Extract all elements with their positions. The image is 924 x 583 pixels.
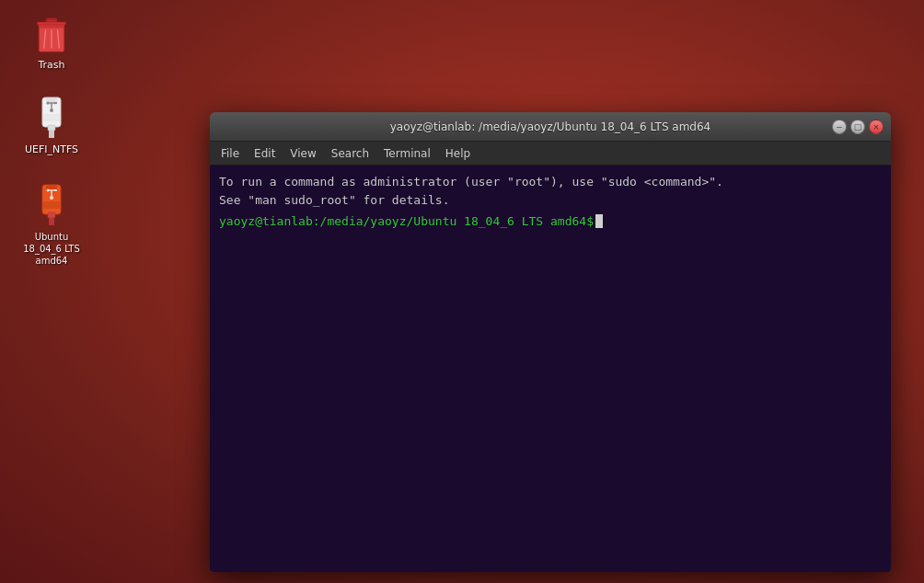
ubuntu-drive-label: Ubuntu 18_04_6 LTS amd64: [18, 231, 85, 267]
menu-search[interactable]: Search: [324, 145, 376, 162]
uefi-ntfs-icon-image: [29, 96, 74, 140]
svg-rect-7: [37, 22, 65, 25]
svg-rect-15: [48, 125, 55, 131]
terminal-body[interactable]: To run a command as administrator (user …: [210, 166, 891, 572]
maximize-button[interactable]: □: [850, 120, 865, 134]
svg-rect-14: [54, 102, 57, 104]
close-button[interactable]: ×: [869, 120, 884, 134]
maximize-icon: □: [854, 122, 862, 131]
ubuntu-drive-icon-image: [29, 183, 74, 227]
minimize-button[interactable]: −: [832, 120, 847, 134]
terminal-menu-bar: File Edit View Search Terminal Help: [210, 142, 891, 166]
terminal-prompt-line: yaoyz@tianlab:/media/yaoyz/Ubuntu 18_04_…: [219, 214, 882, 228]
menu-help[interactable]: Help: [438, 145, 478, 162]
terminal-title-bar: yaoyz@tianlab: /media/yaoyz/Ubuntu 18_04…: [210, 112, 891, 142]
svg-rect-24: [54, 189, 57, 191]
svg-rect-27: [43, 201, 60, 209]
svg-point-13: [47, 102, 50, 105]
trash-icon[interactable]: Trash: [15, 7, 88, 75]
svg-rect-26: [49, 218, 54, 225]
menu-edit[interactable]: Edit: [247, 145, 283, 162]
uefi-ntfs-icon[interactable]: UEFI_NTFS: [15, 92, 88, 160]
svg-rect-17: [43, 114, 60, 121]
minimize-icon: −: [836, 122, 843, 131]
terminal-info-line1: To run a command as administrator (user …: [219, 175, 723, 189]
terminal-title: yaoyz@tianlab: /media/yaoyz/Ubuntu 18_04…: [390, 120, 711, 133]
ubuntu-drive-icon[interactable]: Ubuntu 18_04_6 LTS amd64: [15, 179, 88, 270]
terminal-window: yaoyz@tianlab: /media/yaoyz/Ubuntu 18_04…: [210, 112, 891, 572]
uefi-ntfs-label: UEFI_NTFS: [25, 143, 78, 156]
svg-rect-25: [48, 212, 55, 218]
trash-label: Trash: [38, 59, 64, 72]
terminal-prompt: yaoyz@tianlab:/media/yaoyz/Ubuntu 18_04_…: [219, 214, 594, 228]
terminal-info-line2: See "man sudo_root" for details.: [219, 193, 449, 207]
trash-icon-image: [29, 11, 74, 55]
svg-rect-16: [49, 131, 54, 138]
terminal-cursor: [595, 214, 603, 228]
svg-point-23: [47, 189, 50, 192]
close-icon: ×: [872, 122, 880, 131]
svg-point-20: [50, 196, 53, 200]
menu-file[interactable]: File: [214, 145, 247, 162]
menu-view[interactable]: View: [283, 145, 323, 162]
svg-point-10: [50, 109, 53, 112]
menu-terminal[interactable]: Terminal: [376, 145, 438, 162]
window-controls: − □ ×: [832, 120, 884, 134]
terminal-info: To run a command as administrator (user …: [219, 173, 882, 209]
